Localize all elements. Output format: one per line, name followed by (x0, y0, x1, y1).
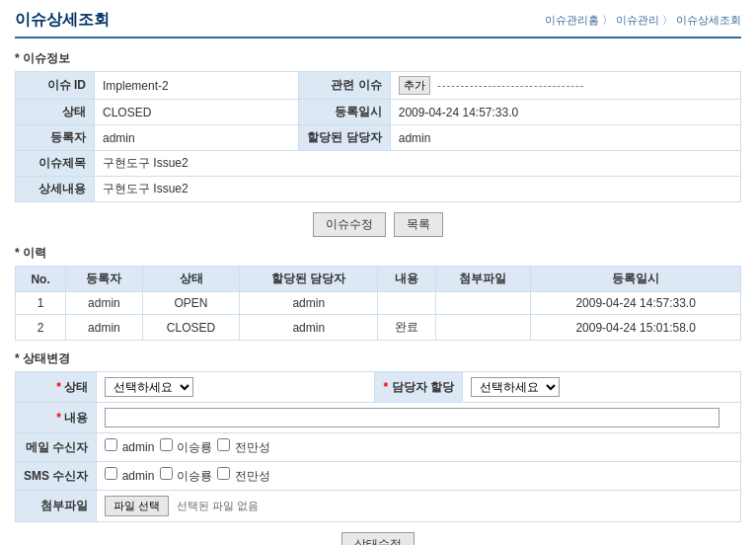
description-value: 구현도구 Issue2 (95, 177, 741, 202)
sms-checkboxes: admin 이승룡 전만성 (97, 462, 741, 491)
email-lee-checkbox[interactable] (160, 438, 173, 451)
status-change-section-title: * 상태변경 (15, 350, 741, 367)
email-jeon-label: 전만성 (235, 440, 270, 454)
history-col-attachment: 첨부파일 (435, 267, 531, 292)
breadcrumb-home: 이슈관리홈 (545, 14, 599, 26)
email-jeon-checkbox[interactable] (217, 438, 230, 451)
sms-admin-checkbox[interactable] (105, 467, 117, 480)
email-admin-label: admin (122, 440, 155, 454)
history-col-assignee: 할당된 담당자 (240, 267, 378, 292)
history-cell-reg_date: 2009-04-24 14:57:33.0 (531, 292, 741, 315)
history-cell-attachment (435, 315, 531, 341)
issue-id-label: 이슈 ID (16, 72, 95, 100)
attachment-label: 첨부파일 (16, 491, 97, 522)
history-cell-no: 1 (16, 292, 66, 315)
issue-id-value: Implement-2 (95, 72, 299, 100)
status-change-label: * 상태 (16, 372, 97, 403)
breadcrumb: 이슈관리홈 〉 이슈관리 〉 이슈상세조회 (545, 13, 741, 28)
assignee-value: admin (390, 125, 740, 151)
assignee-change-select-cell: 선택하세요 admin (462, 372, 740, 403)
reg-date-value: 2009-04-24 14:57:33.0 (390, 100, 740, 125)
history-cell-assignee: admin (240, 315, 378, 341)
status-required-mark: * (56, 380, 61, 394)
related-issue-value: 추가 -------------------------------- (390, 72, 740, 100)
issue-info-table: 이슈 ID Implement-2 관련 이슈 추가 -------------… (15, 71, 741, 202)
history-col-registrant: 등록자 (66, 267, 143, 292)
breadcrumb-mgmt: 이슈관리 (616, 14, 659, 26)
history-col-content: 내용 (378, 267, 436, 292)
file-none-text: 선택된 파일 없음 (177, 500, 259, 511)
edit-issue-button[interactable]: 이슈수정 (313, 212, 386, 237)
history-cell-reg_date: 2009-04-24 15:01:58.0 (531, 315, 741, 341)
history-cell-status: OPEN (142, 292, 240, 315)
history-cell-status: CLOSED (142, 315, 240, 341)
history-col-status: 상태 (142, 267, 240, 292)
issue-action-buttons: 이슈수정 목록 (15, 212, 741, 237)
sms-admin-label: admin (122, 469, 155, 483)
registrant-label: 등록자 (16, 125, 95, 151)
email-label: 메일 수신자 (16, 433, 97, 462)
status-submit-button[interactable]: 상태수정 (341, 532, 415, 545)
sms-lee-checkbox[interactable] (160, 467, 173, 480)
sms-jeon-label: 전만성 (235, 469, 270, 483)
attachment-cell: 파일 선택 선택된 파일 없음 (97, 491, 741, 522)
history-cell-assignee: admin (240, 292, 378, 315)
assignee-change-label-text: 담당자 할당 (392, 380, 454, 394)
email-admin-checkbox[interactable] (105, 438, 117, 451)
history-cell-registrant: admin (66, 292, 143, 315)
history-table: No. 등록자 상태 할당된 담당자 내용 첨부파일 등록일시 1adminOP… (15, 266, 741, 341)
sms-lee-label: 이승룡 (177, 469, 212, 483)
history-cell-attachment (435, 292, 531, 315)
issue-title-value: 구현도구 Issue2 (95, 151, 741, 177)
breadcrumb-sep2: 〉 (662, 14, 673, 26)
assignee-required-mark: * (383, 380, 388, 394)
history-cell-registrant: admin (66, 315, 143, 341)
list-button[interactable]: 목록 (394, 212, 443, 237)
assignee-change-label: * 담당자 할당 (375, 372, 462, 403)
email-checkbox-group: admin 이승룡 전만성 (105, 440, 271, 454)
related-issue-line: -------------------------------- (437, 79, 584, 91)
history-col-regdate: 등록일시 (531, 267, 741, 292)
table-row: 2adminCLOSEDadmin완료2009-04-24 15:01:58.0 (16, 315, 741, 341)
page-header: 이슈상세조회 이슈관리홈 〉 이슈관리 〉 이슈상세조회 (15, 10, 741, 39)
status-change-label-text: 상태 (64, 380, 88, 394)
status-change-select-cell: 선택하세요 OPEN CLOSED (97, 372, 375, 403)
issue-info-section-title: * 이슈정보 (15, 50, 741, 67)
content-input[interactable] (105, 408, 719, 428)
file-select-button[interactable]: 파일 선택 (105, 496, 169, 516)
assignee-label: 할당된 담당자 (299, 125, 390, 151)
email-checkboxes: admin 이승룡 전만성 (97, 433, 741, 462)
description-label: 상세내용 (16, 177, 95, 202)
history-section-title: * 이력 (15, 245, 741, 262)
status-value: CLOSED (95, 100, 299, 125)
history-col-no: No. (16, 267, 66, 292)
history-cell-no: 2 (16, 315, 66, 341)
history-cell-content (378, 292, 436, 315)
add-related-issue-button[interactable]: 추가 (399, 76, 430, 95)
status-label: 상태 (16, 100, 95, 125)
content-label-text: 내용 (64, 411, 88, 425)
table-row: 1adminOPENadmin2009-04-24 14:57:33.0 (16, 292, 741, 315)
sms-jeon-checkbox[interactable] (217, 467, 230, 480)
status-select[interactable]: 선택하세요 OPEN CLOSED (105, 377, 193, 397)
issue-title-label: 이슈제목 (16, 151, 95, 177)
content-input-cell (97, 403, 741, 433)
content-label: * 내용 (16, 403, 97, 433)
status-change-table: * 상태 선택하세요 OPEN CLOSED * 담당자 할당 선택하세요 ad… (15, 371, 741, 522)
registrant-value: admin (95, 125, 299, 151)
breadcrumb-sep1: 〉 (602, 14, 613, 26)
sms-label: SMS 수신자 (16, 462, 97, 491)
sms-checkbox-group: admin 이승룡 전만성 (105, 469, 271, 483)
history-cell-content: 완료 (378, 315, 436, 341)
content-required-mark: * (56, 411, 61, 425)
email-lee-label: 이승룡 (177, 440, 212, 454)
breadcrumb-current: 이슈상세조회 (676, 14, 741, 26)
status-submit-row: 상태수정 (15, 532, 741, 545)
page-title: 이슈상세조회 (15, 10, 110, 31)
related-issue-label: 관련 이슈 (299, 72, 390, 100)
reg-date-label: 등록일시 (299, 100, 390, 125)
assignee-select[interactable]: 선택하세요 admin (471, 377, 560, 397)
